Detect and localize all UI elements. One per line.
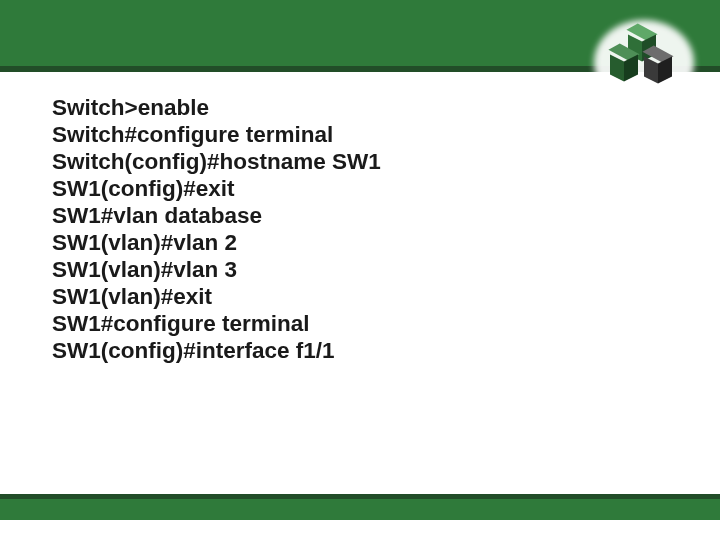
terminal-output: Switch>enable Switch#configure terminal … <box>52 94 668 364</box>
cubes-logo-icon <box>604 30 682 92</box>
slide-footer-bar <box>0 494 720 520</box>
slide-body: Switch>enable Switch#configure terminal … <box>52 94 668 480</box>
